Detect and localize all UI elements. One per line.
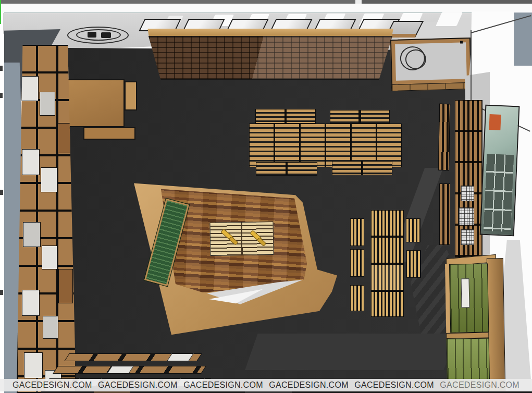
armchair xyxy=(101,32,111,38)
table-highlight xyxy=(372,265,403,290)
reception-desk xyxy=(61,79,125,127)
slat-stool xyxy=(350,249,364,277)
wall-cube-shelving xyxy=(17,45,76,393)
slat-stool xyxy=(406,250,421,278)
counter-dot xyxy=(460,41,463,43)
reception-desk-step xyxy=(125,81,137,110)
axis-line-green xyxy=(0,0,1,24)
shelf-box xyxy=(21,76,39,101)
slat-stool xyxy=(350,218,364,246)
slat-table-group xyxy=(245,103,407,177)
shelf-box xyxy=(41,167,57,192)
render-image: GACEDESIGN.COM GACEDESIGN.COM GACEDESIGN… xyxy=(0,0,532,393)
shelf-box xyxy=(43,316,58,339)
shelf-box xyxy=(42,245,57,269)
display-platform xyxy=(132,177,340,347)
slat-bench xyxy=(330,110,390,124)
shelf-box xyxy=(24,352,43,378)
slat-stool xyxy=(406,218,420,242)
wall-artwork xyxy=(480,105,520,237)
timber-lattice-screen xyxy=(146,29,394,81)
back-wall-white-band xyxy=(0,4,532,13)
slat-stool xyxy=(350,285,364,311)
grid-basket-panel xyxy=(459,207,474,225)
service-counter xyxy=(390,38,472,85)
locker-door-white xyxy=(461,278,470,308)
watermark-text: GACEDESIGN.COM xyxy=(13,380,92,390)
watermark-band: GACEDESIGN.COM GACEDESIGN.COM GACEDESIGN… xyxy=(0,379,532,391)
shelf-box xyxy=(40,92,55,116)
artwork-logo-square xyxy=(489,114,501,130)
artwork-thumbnail-grid xyxy=(484,154,514,232)
armchair xyxy=(88,32,96,38)
wall-slat-shelving xyxy=(438,104,450,170)
vertical-slat-table-group xyxy=(348,208,424,319)
slat-bench xyxy=(255,109,316,124)
wall-tick xyxy=(0,290,3,295)
reception-desk-return xyxy=(83,127,135,140)
ceiling-beam-gap xyxy=(355,0,362,4)
shelf-box xyxy=(58,269,73,303)
shelf-box xyxy=(23,222,41,247)
shelf-box xyxy=(57,123,72,153)
wall-tick xyxy=(0,190,3,195)
wall-slat-shelving xyxy=(439,183,450,245)
watermark-text: GACEDESIGN.COM xyxy=(98,380,178,390)
platform-low-table xyxy=(209,222,274,256)
shelf-box xyxy=(22,290,40,316)
grid-basket-panel xyxy=(461,229,474,245)
watermark-text: GACEDESIGN.COM xyxy=(269,380,349,390)
shelf-box xyxy=(22,149,40,175)
slat-bench xyxy=(332,161,392,175)
lattice-screen-cap xyxy=(146,29,394,36)
vertical-slat-table xyxy=(371,210,404,317)
watermark-text: GACEDESIGN.COM xyxy=(354,380,434,390)
wall-edge-line xyxy=(471,30,472,105)
area-rug-oval-inner xyxy=(76,29,121,41)
slat-bench xyxy=(256,162,317,176)
grid-basket-panel xyxy=(461,186,474,201)
storage-lockers-green xyxy=(445,253,507,393)
lattice-screen-body xyxy=(149,36,392,80)
wall-tick xyxy=(0,66,3,71)
watermark-text: GACEDESIGN.COM xyxy=(183,380,263,390)
watermark-text: GACEDESIGN.COM xyxy=(440,380,519,390)
wall-tick xyxy=(0,93,3,98)
wall-corner-band xyxy=(514,13,532,66)
